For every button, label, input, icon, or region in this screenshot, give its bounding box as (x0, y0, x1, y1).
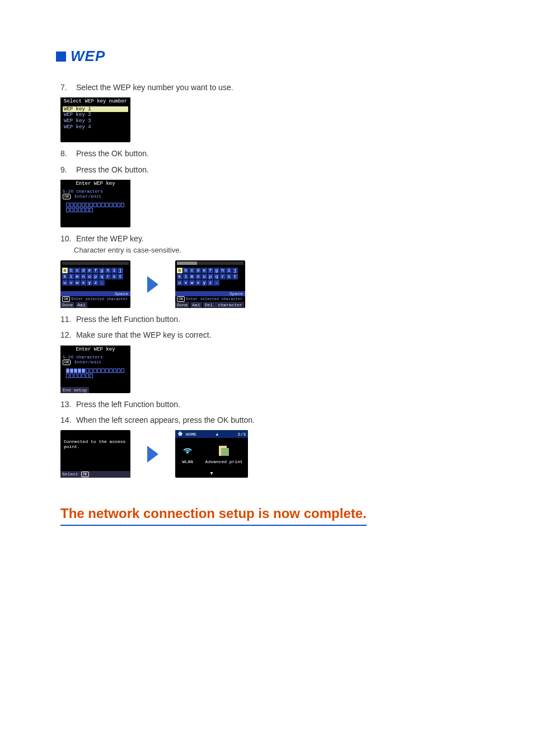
key: i (226, 268, 232, 273)
done-button-label: Done (60, 302, 74, 308)
advanced-print-tile: Advanced print (205, 444, 243, 464)
home-icon (177, 431, 183, 436)
end-setup-button-label: End setup (60, 387, 89, 393)
page: WEP 7. Select the WEP key number you wan… (0, 0, 534, 756)
arrow-right-icon (147, 276, 158, 293)
step-text: Select the WEP key number you want to us… (76, 83, 233, 92)
key: g (99, 268, 105, 273)
key: v (183, 280, 189, 286)
key: - (99, 280, 105, 286)
wlan-label: WLAN (180, 459, 195, 464)
key: o (87, 274, 92, 279)
step-8: 8. Press the OK button. (60, 148, 478, 159)
space-key: Space (175, 291, 245, 296)
lcd-title: Enter WEP key (60, 180, 130, 188)
key: i (111, 268, 117, 273)
step-number: 9. (60, 164, 74, 175)
key: s (226, 274, 232, 279)
space-key: Space (60, 291, 130, 296)
step-number: 10. (60, 233, 74, 244)
key: k (62, 274, 68, 279)
onscreen-keyboard: abcdefghij klmnopqrst uvwxyz- (60, 266, 130, 287)
step-7: 7. Select the WEP key number you want to… (60, 82, 478, 93)
section-heading: WEP (71, 48, 105, 65)
key: y (202, 280, 207, 286)
key: l (183, 274, 189, 279)
ok-badge-icon: OK (63, 360, 71, 365)
step-number: 14. (60, 414, 74, 426)
ok-badge-icon: OK (177, 296, 185, 302)
ok-badge-icon: OK (63, 194, 71, 199)
key: r (220, 274, 226, 279)
input-bar-empty (62, 262, 129, 265)
step-number: 7. (60, 82, 74, 93)
step-9: 9. Press the OK button. (60, 164, 478, 175)
mode-button-label: Aa1 (190, 302, 202, 308)
key: z (208, 280, 213, 286)
key: l (68, 274, 74, 279)
wep-key-option: WEP key 3 (63, 118, 128, 124)
mode-button-label: Aa1 (76, 302, 87, 308)
completion-message: The network connection setup is now comp… (60, 506, 367, 526)
key: m (74, 274, 80, 279)
key: c (74, 268, 80, 273)
key: d (81, 268, 86, 273)
step-number: 12. (60, 329, 74, 340)
lcd-keyboard-before: abcdefghij klmnopqrst uvwxyz- Space OKEn… (60, 260, 130, 308)
delete-button-label: Del. character (203, 302, 244, 308)
key: t (118, 274, 123, 279)
step-number: 13. (60, 399, 74, 410)
svg-rect-3 (221, 448, 229, 456)
done-button-label: Done (175, 302, 189, 308)
key: m (189, 274, 195, 279)
key: h (105, 268, 111, 273)
key: w (74, 280, 80, 286)
step-number: 11. (60, 314, 74, 325)
step-14: 14. When the left screen appears, press … (60, 414, 478, 426)
step-text: Make sure that the WEP key is correct. (76, 330, 212, 339)
key: d (195, 268, 201, 273)
home-label: HOME (186, 432, 196, 437)
lcd-keyboard-after: abcdefghij klmnopqrst uvwxyz- Space OKEn… (175, 260, 245, 308)
svg-point-1 (186, 451, 189, 454)
key: f (208, 268, 213, 273)
key: q (214, 274, 219, 279)
lcd-home-screen: HOME ▲ 2/3 WLAN (175, 430, 248, 478)
svg-marker-0 (177, 431, 183, 436)
key: j (232, 268, 238, 273)
lcd-help-line: 5-26 characters (63, 189, 128, 194)
wlan-icon (180, 444, 195, 458)
wep-key-option-selected: WEP key 1 (63, 106, 128, 112)
entry-field (63, 368, 128, 378)
step-text: Press the OK button. (76, 165, 149, 174)
step-number: 8. (60, 148, 74, 159)
step-text: Enter the WEP key. (76, 234, 144, 243)
key: a (62, 268, 68, 273)
step-text: Press the left Function button. (76, 400, 180, 409)
key: u (177, 280, 182, 286)
select-label: Select (62, 472, 78, 477)
key: b (183, 268, 189, 273)
onscreen-keyboard: abcdefghij klmnopqrst uvwxyz- (175, 266, 245, 287)
key: g (214, 268, 219, 273)
step-text: Press the OK button. (76, 149, 149, 158)
key: f (93, 268, 99, 273)
lcd-select-wep-key: Select WEP key number WEP key 1 WEP key … (60, 97, 130, 142)
lcd-help-line: Enter/edit (74, 194, 101, 199)
lcd-title: Enter WEP key (60, 346, 130, 353)
key: h (220, 268, 226, 273)
key: x (195, 280, 201, 286)
key: t (232, 274, 238, 279)
connected-message: Connected to the access point. (60, 430, 130, 458)
key: b (68, 268, 74, 273)
key: j (118, 268, 123, 273)
up-triangle-icon: ▲ (216, 432, 218, 437)
key: c (189, 268, 195, 273)
kbd-help: Enter selected character (71, 297, 128, 301)
key: o (202, 274, 207, 279)
ok-badge-icon: OK (62, 296, 70, 302)
step-text: Press the left Function button. (76, 315, 180, 324)
section-heading-row: WEP (56, 48, 478, 65)
key: w (189, 280, 195, 286)
steps-list: 7. Select the WEP key number you want to… (60, 82, 478, 526)
